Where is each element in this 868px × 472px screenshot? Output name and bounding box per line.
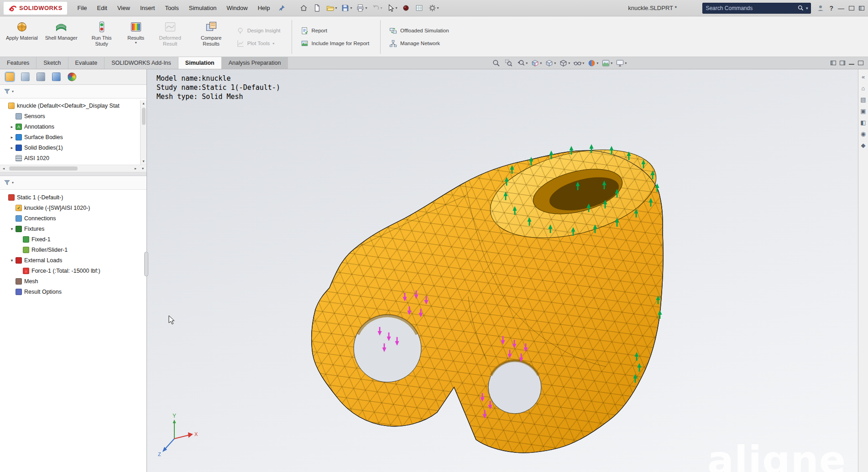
scrollbar-thumb[interactable]: [9, 166, 78, 171]
compare-results-button[interactable]: Compare Results: [191, 18, 231, 56]
view-settings-icon[interactable]: ▾: [615, 58, 627, 68]
tree-item[interactable]: Surface Bodies: [0, 132, 140, 142]
dropdown-caret-icon[interactable]: ▾: [350, 6, 352, 10]
dropdown-caret-icon[interactable]: ▾: [437, 6, 439, 10]
configurationmanager-tab-icon[interactable]: [37, 73, 45, 81]
dropdown-caret-icon[interactable]: ▾: [272, 41, 274, 46]
view-palette-icon[interactable]: ◧: [860, 119, 866, 126]
split-pane-left-icon[interactable]: [831, 61, 836, 65]
help-icon[interactable]: ?: [829, 5, 833, 12]
save-icon[interactable]: ▾: [340, 3, 353, 13]
design-insight-button[interactable]: Design Insight: [234, 26, 285, 36]
expander-icon[interactable]: [9, 124, 15, 129]
tree-item[interactable]: Force-1 (:Total: -15000 lbf:): [0, 265, 146, 276]
scrollbar-thumb[interactable]: [142, 108, 146, 125]
shell-manager-button[interactable]: Shell Manager: [42, 18, 81, 56]
home-icon[interactable]: [298, 3, 310, 13]
scroll-down-icon[interactable]: ▾: [141, 158, 146, 165]
command-search[interactable]: ▾: [702, 3, 811, 14]
menu-item[interactable]: Help: [254, 3, 274, 13]
select-icon[interactable]: ▾: [385, 3, 399, 13]
file-properties-icon[interactable]: [413, 3, 425, 13]
tab-sketch[interactable]: Sketch: [37, 57, 68, 69]
hide-show-items-icon[interactable]: ▾: [572, 58, 585, 68]
pin-menu-icon[interactable]: [278, 5, 285, 11]
menu-item[interactable]: Window: [222, 3, 251, 13]
collapse-pane-icon[interactable]: [849, 62, 854, 65]
dropdown-caret-icon[interactable]: ▾: [554, 61, 556, 65]
design-library-icon[interactable]: ▤: [860, 97, 866, 103]
tab-solidworks-add-ins[interactable]: SOLIDWORKS Add-Ins: [105, 57, 178, 69]
scrollbar-track[interactable]: [7, 165, 132, 172]
horizontal-scrollbar[interactable]: ◂ ▸ ▾: [0, 165, 146, 172]
dropdown-caret-icon[interactable]: ▾: [335, 6, 337, 10]
filter-funnel-icon[interactable]: [4, 179, 10, 186]
zoom-to-area-icon[interactable]: [503, 58, 514, 68]
custom-properties-icon[interactable]: ◆: [861, 142, 866, 149]
tree-item[interactable]: Solid Bodies(1): [0, 142, 140, 153]
model-knuckle[interactable]: [302, 135, 672, 462]
search-icon[interactable]: [797, 5, 804, 11]
solidworks-resources-icon[interactable]: ⌂: [862, 85, 865, 92]
panel-splitter[interactable]: [0, 172, 146, 176]
tree-item[interactable]: Roller/Slider-1: [0, 244, 146, 255]
pane-layout-icon[interactable]: [859, 6, 864, 10]
tree-item[interactable]: Static 1 (-Default-): [0, 192, 146, 202]
section-view-icon[interactable]: ▾: [530, 58, 543, 68]
dropdown-caret-icon[interactable]: ▾: [526, 61, 528, 65]
vertical-scrollbar[interactable]: ▴ ▾: [140, 100, 146, 165]
graphics-viewport[interactable]: Model name:knuckleStudy name:Static 1(-D…: [147, 69, 858, 472]
print-icon[interactable]: ▾: [355, 3, 368, 13]
offloaded-simulation-button[interactable]: Offloaded Simulation: [387, 26, 454, 36]
dropdown-caret-icon[interactable]: ▾: [365, 6, 367, 10]
scroll-up-icon[interactable]: ▴: [141, 100, 146, 107]
collapse-tree-icon[interactable]: ▾: [139, 166, 146, 171]
restore-button[interactable]: [849, 6, 854, 10]
study-tree-filter[interactable]: ▾: [0, 176, 146, 190]
collapse-taskpane-icon[interactable]: «: [862, 74, 865, 80]
tree-item[interactable]: Connections: [0, 213, 146, 223]
tree-item[interactable]: knuckle (-[SW]AISI 1020-): [0, 202, 146, 213]
run-this-study-button[interactable]: Run This Study: [82, 18, 122, 56]
model-canvas[interactable]: Y X Z: [147, 69, 858, 472]
tab-evaluate[interactable]: Evaluate: [68, 57, 105, 69]
dimxpertmanager-tab-icon[interactable]: [52, 73, 61, 81]
user-account-icon[interactable]: [816, 4, 825, 12]
dropdown-caret-icon[interactable]: ▾: [596, 61, 598, 65]
new-document-icon[interactable]: [311, 3, 323, 13]
tree-item[interactable]: knuckle (Default<<Default>_Display Stat: [0, 100, 140, 111]
view-orientation-icon[interactable]: ▾: [544, 58, 557, 68]
dropdown-caret-icon[interactable]: ▾: [625, 61, 627, 65]
feature-tree-filter[interactable]: ▾: [0, 85, 146, 99]
panel-resize-handle[interactable]: [144, 252, 148, 276]
minimize-button[interactable]: —: [838, 5, 844, 12]
report-button[interactable]: Report: [298, 26, 374, 36]
filter-caret-icon[interactable]: ▾: [12, 181, 14, 185]
display-style-icon[interactable]: ▾: [558, 58, 571, 68]
search-dropdown-icon[interactable]: ▾: [806, 6, 808, 10]
deformed-result-button[interactable]: Deformed Result: [150, 18, 190, 56]
open-document-icon[interactable]: ▾: [324, 3, 338, 13]
filter-funnel-icon[interactable]: [4, 88, 10, 95]
tab-simulation[interactable]: Simulation: [178, 57, 222, 69]
tree-item[interactable]: Annotations: [0, 121, 140, 132]
dropdown-caret-icon[interactable]: ▾: [381, 6, 382, 10]
dropdown-caret-icon[interactable]: ▾: [568, 61, 570, 65]
filter-caret-icon[interactable]: ▾: [12, 89, 14, 93]
expander-icon[interactable]: [9, 227, 15, 231]
displaymanager-tab-icon[interactable]: [68, 73, 76, 81]
tree-item[interactable]: Sensors: [0, 111, 140, 121]
expander-icon[interactable]: [9, 258, 15, 263]
previous-view-icon[interactable]: ▾: [516, 58, 528, 68]
dropdown-caret-icon[interactable]: ▾: [540, 61, 542, 65]
tree-item[interactable]: Fixed-1: [0, 234, 146, 244]
rebuild-icon[interactable]: [400, 3, 412, 13]
results-button[interactable]: Results ▾: [123, 18, 149, 56]
zoom-to-fit-icon[interactable]: [491, 58, 502, 68]
tree-item[interactable]: Mesh: [0, 276, 146, 286]
tab-features[interactable]: Features: [0, 57, 37, 69]
split-pane-right-icon[interactable]: [840, 61, 845, 65]
options-icon[interactable]: ▾: [427, 3, 440, 13]
tree-item[interactable]: Result Options: [0, 286, 146, 297]
expander-icon[interactable]: [9, 145, 15, 150]
